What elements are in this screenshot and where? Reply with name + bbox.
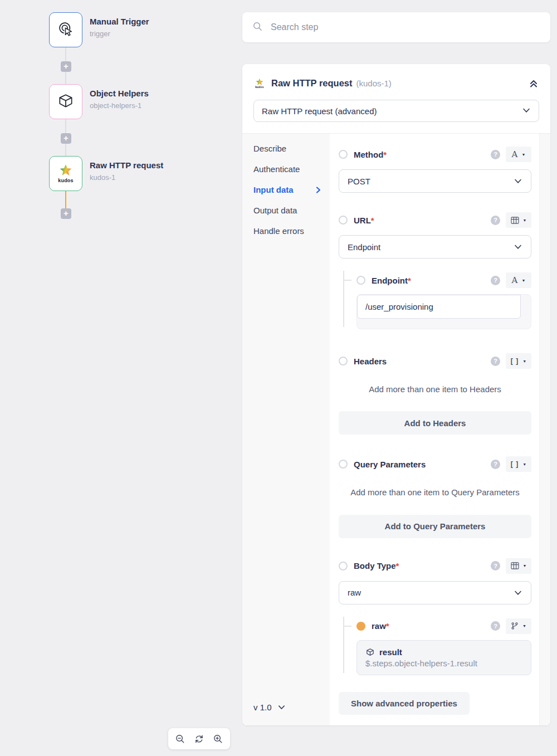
zoom-out-icon[interactable] <box>172 730 188 747</box>
field-label: Query Parameters <box>354 460 426 469</box>
panel-body: Describe Authenticate Input data Output … <box>242 133 550 725</box>
grid-icon <box>511 217 519 224</box>
tab-output-data[interactable]: Output data <box>242 200 330 221</box>
node-subtitle: trigger <box>90 30 110 38</box>
field-label: Headers <box>354 357 387 366</box>
add-to-headers-button[interactable]: Add to Headers <box>339 411 531 435</box>
kudos-connector-icon: kudos <box>253 78 266 89</box>
empty-list-hint: Add more than one item to Headers <box>345 383 525 396</box>
panel-header: kudos Raw HTTP request (kudos-1) <box>242 64 550 91</box>
field-label: Method* <box>354 150 387 159</box>
type-selector-jsonpath[interactable]: ▼ <box>506 618 531 634</box>
manual-trigger-icon <box>57 21 74 40</box>
scrollbar-track[interactable] <box>539 134 550 725</box>
connector-line <box>65 144 66 156</box>
operation-value: Raw HTTP request (advanced) <box>262 106 377 116</box>
search-icon <box>252 21 263 34</box>
endpoint-input[interactable] <box>357 295 521 319</box>
url-select[interactable]: Endpoint <box>339 235 531 258</box>
chip-jsonpath: $.steps.object-helpers-1.result <box>365 659 522 668</box>
field-raw: raw* ? ▼ result <box>339 619 531 675</box>
type-selector-text[interactable]: A ▼ <box>506 272 531 288</box>
field-label: URL* <box>354 216 374 225</box>
collapse-panel-icon[interactable] <box>528 77 539 89</box>
tab-describe[interactable]: Describe <box>242 138 330 159</box>
chevron-down-icon <box>277 703 286 711</box>
connector-line <box>65 47 66 61</box>
field-radio[interactable] <box>356 276 365 285</box>
field-radio[interactable] <box>339 357 348 365</box>
type-selector-object[interactable]: ▼ <box>506 558 531 574</box>
node-object-helpers[interactable] <box>49 84 82 119</box>
mapped-value-chip[interactable]: result $.steps.object-helpers-1.result <box>356 640 531 675</box>
tab-input-data[interactable]: Input data <box>242 179 330 200</box>
field-query-parameters: Query Parameters ? [ ] ▼ Add more than o… <box>339 457 531 538</box>
chevron-down-icon <box>514 588 522 597</box>
node-title: Object Helpers <box>90 89 149 98</box>
field-radio[interactable] <box>339 460 348 469</box>
field-radio[interactable] <box>339 150 348 159</box>
step-properties-panel: kudos Raw HTTP request (kudos-1) Raw HTT… <box>242 64 550 725</box>
add-step-button[interactable]: + <box>61 133 71 144</box>
help-icon[interactable]: ? <box>491 357 500 366</box>
zoom-in-icon[interactable] <box>210 730 227 747</box>
search-input[interactable] <box>271 22 540 32</box>
body-type-select[interactable]: raw <box>339 581 531 604</box>
workflow-builder: Manual Trigger trigger + Object Helpers … <box>0 0 557 756</box>
kudos-star-icon <box>58 164 73 179</box>
type-selector-object[interactable]: ▼ <box>506 212 531 228</box>
node-raw-http-request[interactable]: kudos <box>49 156 82 191</box>
field-label: raw* <box>372 621 389 631</box>
chevron-right-icon <box>314 186 322 194</box>
field-headers: Headers ? [ ] ▼ Add more than one item t… <box>339 354 531 435</box>
operation-select[interactable]: Raw HTTP request (advanced) <box>253 100 539 122</box>
field-method: Method* ? A ▼ POST <box>339 147 531 193</box>
add-to-query-parameters-button[interactable]: Add to Query Parameters <box>339 515 531 538</box>
branch-icon <box>511 622 519 630</box>
version-label: v 1.0 <box>253 703 272 712</box>
help-icon[interactable]: ? <box>491 150 500 159</box>
panel-tabs: Describe Authenticate Input data Output … <box>242 134 330 725</box>
node-subtitle: object-helpers-1 <box>90 101 141 110</box>
tab-authenticate[interactable]: Authenticate <box>242 159 330 179</box>
kudos-logo-text: kudos <box>58 178 74 183</box>
field-radio-filled[interactable] <box>356 622 365 631</box>
field-radio[interactable] <box>339 562 348 570</box>
panel-title: Raw HTTP request <box>271 78 352 89</box>
connector-line <box>65 119 66 133</box>
version-selector[interactable]: v 1.0 <box>242 694 330 725</box>
empty-list-hint: Add more than one item to Query Paramete… <box>345 486 525 499</box>
panel-step-id: (kudos-1) <box>356 79 391 88</box>
show-advanced-properties-button[interactable]: Show advanced properties <box>339 692 470 715</box>
kudos-logo-text: kudos <box>255 85 264 89</box>
node-title: Raw HTTP request <box>90 160 163 170</box>
type-selector-text[interactable]: A ▼ <box>506 147 531 162</box>
tab-handle-errors[interactable]: Handle errors <box>242 221 330 241</box>
type-selector-array[interactable]: [ ] ▼ <box>506 456 531 472</box>
connector-line <box>65 72 66 84</box>
chevron-down-icon <box>522 106 531 116</box>
add-step-button[interactable]: + <box>61 208 71 219</box>
method-select[interactable]: POST <box>339 169 531 193</box>
add-step-button[interactable]: + <box>61 61 71 72</box>
endpoint-input-container <box>356 294 531 329</box>
help-icon[interactable]: ? <box>491 276 500 285</box>
node-manual-trigger[interactable] <box>49 12 82 47</box>
chevron-down-icon <box>514 177 522 186</box>
field-label: Body Type* <box>354 561 399 570</box>
type-selector-array[interactable]: [ ] ▼ <box>506 353 531 369</box>
node-title: Manual Trigger <box>90 17 149 26</box>
node-subtitle: kudos-1 <box>90 173 115 182</box>
grid-icon <box>511 562 519 569</box>
help-icon[interactable]: ? <box>491 216 500 225</box>
canvas-zoom-toolbar <box>168 728 230 749</box>
reset-view-icon[interactable] <box>190 730 207 747</box>
help-icon[interactable]: ? <box>491 460 500 469</box>
input-data-form: Method* ? A ▼ POST <box>330 134 550 725</box>
chip-title: result <box>365 647 522 657</box>
chevron-down-icon <box>514 242 522 251</box>
field-radio[interactable] <box>339 216 348 225</box>
help-icon[interactable]: ? <box>491 561 500 570</box>
help-icon[interactable]: ? <box>491 621 500 631</box>
step-search-bar <box>242 12 550 42</box>
